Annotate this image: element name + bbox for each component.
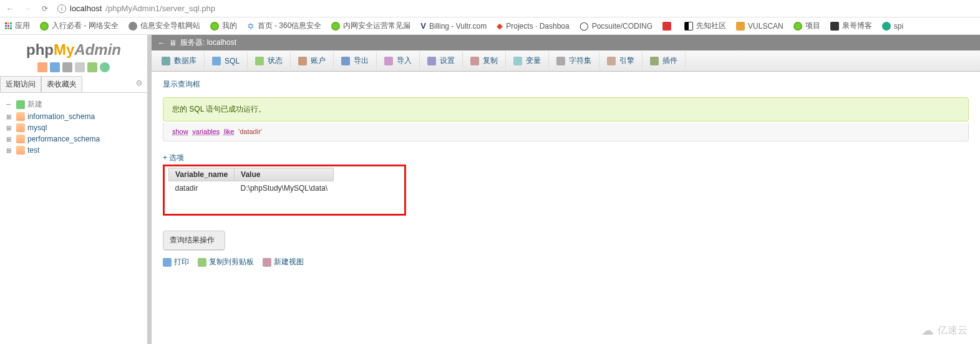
bookmark-item[interactable]: 泉哥博客	[830, 21, 872, 31]
status-icon	[255, 57, 264, 65]
print-link[interactable]: 打印	[163, 257, 189, 267]
query-ops-box: 查询结果操作	[163, 231, 225, 251]
main-panel: ← 🖥 服务器: localhost 数据库 SQL 状态 账户 导出 导入 设…	[152, 35, 980, 344]
new-db-icon	[16, 100, 25, 109]
success-message: 您的 SQL 语句已成功运行。	[163, 97, 969, 122]
cloud-icon: ☁	[921, 323, 934, 338]
table-row: datadir D:\phpStudy\MySQL\data\	[169, 181, 334, 196]
favicon-icon	[793, 22, 802, 31]
tree-new[interactable]: ─ 新建	[2, 98, 145, 111]
logout-icon[interactable]	[50, 62, 60, 72]
favicon-icon	[684, 22, 693, 31]
bookmark-item[interactable]: 信息安全导航网站	[129, 21, 200, 31]
tab-databases[interactable]: 数据库	[154, 52, 205, 70]
favicon-icon	[331, 22, 340, 31]
tab-settings[interactable]: 设置	[420, 52, 463, 70]
tab-sql[interactable]: SQL	[205, 52, 248, 70]
server-icon: 🖥	[169, 39, 177, 47]
home-icon[interactable]	[37, 62, 47, 72]
sql-display: show variables like 'datadir'	[163, 123, 969, 141]
bookmark-item[interactable]	[662, 22, 674, 31]
clipboard-icon	[198, 258, 206, 267]
tab-replication[interactable]: 复制	[463, 52, 506, 70]
sidebar-quick-icons	[0, 62, 147, 76]
tab-import[interactable]: 导入	[377, 52, 420, 70]
site-info-icon[interactable]: i	[57, 4, 66, 13]
bookmark-item[interactable]: VULSCAN	[736, 22, 784, 31]
tab-export[interactable]: 导出	[334, 52, 377, 70]
cell-varname: datadir	[169, 181, 235, 196]
col-header[interactable]: Value	[235, 168, 334, 181]
docs-icon[interactable]	[62, 62, 72, 72]
apps-button[interactable]: 应用	[5, 21, 30, 31]
tree-db-item[interactable]: ⊞information_schema	[2, 111, 145, 122]
bookmark-item[interactable]: 内网安全运营常见漏	[331, 21, 410, 31]
favicon-icon	[736, 22, 745, 31]
sidebar: phpMyAdmin 近期访问 表收藏夹 ⊝ ─ 新建 ⊞information…	[0, 35, 148, 344]
reload-icon[interactable]	[100, 62, 110, 72]
url-host: localhost	[70, 4, 102, 13]
engine-icon	[607, 57, 616, 65]
users-icon	[298, 57, 307, 65]
export-icon	[341, 57, 350, 65]
favicon-icon	[662, 22, 671, 31]
tree-db-item[interactable]: ⊞mysql	[2, 122, 145, 133]
tab-users[interactable]: 账户	[291, 52, 334, 70]
print-icon	[163, 258, 172, 267]
watermark: ☁ 亿速云	[921, 323, 968, 338]
forward-button[interactable]: →	[22, 4, 32, 14]
sql-icon	[212, 57, 221, 65]
show-query-link[interactable]: 显示查询框	[163, 79, 200, 90]
sidebar-link-icon[interactable]: ⊝	[131, 76, 147, 92]
bookmark-item[interactable]: ✡首页 - 360信息安全	[247, 21, 322, 31]
browser-toolbar: ← → ⟳ i localhost/phpMyAdmin1/server_sql…	[0, 0, 980, 17]
nav-left-icon[interactable]: ←	[158, 39, 165, 47]
bookmark-item[interactable]: spi	[882, 22, 903, 31]
bookmark-item[interactable]: ◯Pocsuite/CODING	[580, 21, 653, 31]
settings-icon	[427, 57, 436, 65]
bookmark-item[interactable]: VBilling - Vultr.com	[420, 21, 487, 31]
content-area: 显示查询框 您的 SQL 语句已成功运行。 show variables lik…	[152, 72, 980, 281]
options-toggle[interactable]: + 选项	[163, 153, 184, 163]
tab-status[interactable]: 状态	[248, 52, 291, 70]
col-header[interactable]: Variable_name	[169, 168, 235, 181]
view-icon	[263, 258, 271, 267]
tab-recent[interactable]: 近期访问	[0, 76, 41, 92]
sql-icon[interactable]	[75, 62, 85, 72]
tree-db-item[interactable]: ⊞test	[2, 145, 145, 156]
import-icon	[384, 57, 393, 65]
reload-button[interactable]: ⟳	[40, 4, 50, 14]
tree-db-item[interactable]: ⊞performance_schema	[2, 133, 145, 145]
apps-label: 应用	[15, 21, 30, 31]
bookmark-item[interactable]: ◆Projects · Dashboa	[497, 21, 569, 31]
favicon-icon	[830, 22, 839, 31]
charset-icon	[556, 57, 565, 65]
bookmark-item[interactable]: 项目	[793, 21, 820, 31]
apps-icon	[5, 22, 12, 29]
replication-icon	[470, 57, 479, 65]
tab-plugins[interactable]: 插件	[643, 52, 686, 70]
address-bar[interactable]: i localhost/phpMyAdmin1/server_sql.php	[57, 4, 975, 13]
bookmark-item[interactable]: 我的	[210, 21, 237, 31]
settings-icon[interactable]	[87, 62, 97, 72]
copy-clipboard-link[interactable]: 复制到剪贴板	[198, 257, 254, 267]
tab-charset[interactable]: 字符集	[549, 52, 599, 70]
tab-fav[interactable]: 表收藏夹	[41, 76, 82, 92]
favicon-icon: V	[420, 21, 426, 31]
logo[interactable]: phpMyAdmin	[0, 35, 147, 62]
favicon-icon: ◆	[497, 21, 503, 31]
bookmark-item[interactable]: 先知社区	[684, 21, 726, 31]
sidebar-tabs: 近期访问 表收藏夹 ⊝	[0, 76, 147, 93]
tab-engines[interactable]: 引擎	[599, 52, 643, 70]
favicon-icon	[129, 22, 137, 31]
create-view-link[interactable]: 新建视图	[263, 257, 304, 267]
db-tree: ─ 新建 ⊞information_schema ⊞mysql ⊞perform…	[0, 93, 147, 161]
back-button[interactable]: ←	[5, 4, 15, 14]
bookmark-item[interactable]: 入行必看 - 网络安全	[40, 21, 119, 31]
tab-variables[interactable]: 变量	[506, 52, 549, 70]
database-icon	[16, 112, 25, 121]
url-path: /phpMyAdmin1/server_sql.php	[105, 4, 215, 13]
result-highlight-box: Variable_name Value datadir D:\phpStudy\…	[163, 165, 406, 216]
server-label[interactable]: 服务器: localhost	[180, 37, 236, 48]
bookmarks-bar: 应用 入行必看 - 网络安全 信息安全导航网站 我的 ✡首页 - 360信息安全…	[0, 17, 980, 35]
